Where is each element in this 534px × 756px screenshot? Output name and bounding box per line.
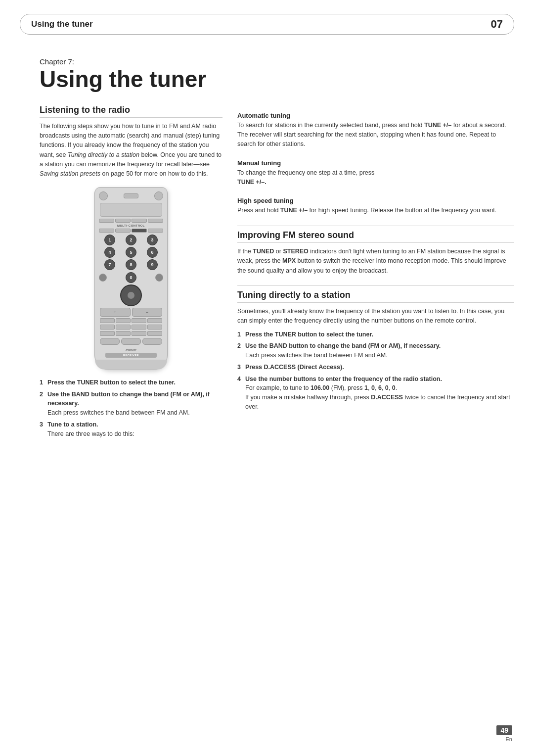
manual-tuning-section: Manual tuning To change the frequency on… — [237, 159, 514, 188]
left-column: Listening to the radio The following ste… — [40, 105, 222, 443]
left-step-2-subtext: Each press switches the band between FM … — [47, 409, 190, 416]
remote-arrow-center — [127, 291, 135, 299]
high-speed-text: Press and hold TUNE +/– for high speed t… — [237, 206, 514, 215]
manual-tuning-heading: Manual tuning — [237, 159, 514, 167]
fm-stereo-heading: Improving FM stereo sound — [237, 230, 514, 243]
step-num-2: 2 — [40, 390, 43, 399]
intro-paragraph: The following steps show you how to tune… — [40, 122, 222, 179]
remote-input-select — [124, 193, 138, 198]
remote-small-btn-4 — [148, 219, 163, 223]
remote-top-btn-2 — [154, 191, 163, 200]
direct-step-4: 4 Use the number buttons to enter the fr… — [237, 375, 514, 412]
remote-small-btn-2 — [115, 219, 131, 223]
step-num-3: 3 — [40, 420, 43, 429]
chapter-area: Chapter 7: Using the tuner — [40, 57, 514, 92]
remote-grid-4 — [147, 318, 162, 323]
remote-pm-left: + — [100, 308, 131, 317]
high-speed-heading: High speed tuning — [237, 197, 514, 204]
receiver-badge: RECEIVER — [105, 353, 157, 358]
page-number: 49 — [496, 725, 512, 735]
tuning-direct-section: Tuning directly to a station Sometimes, … — [237, 290, 514, 412]
page-footer: 49 En — [496, 725, 512, 742]
remote-sm-2-4 — [148, 229, 163, 233]
manual-tuning-text: To change the frequency one step at a ti… — [237, 168, 514, 188]
listening-section-heading: Listening to the radio — [40, 105, 222, 118]
remote-sm-2-1 — [99, 229, 114, 233]
header-title: Using the tuner — [31, 19, 93, 29]
section-divider — [237, 226, 514, 226]
remote-small-btn-3 — [132, 219, 147, 223]
remote-d-access-btn — [99, 274, 107, 282]
section-divider-2 — [237, 285, 514, 286]
remote-grid-row-2 — [100, 325, 162, 330]
remote-grid-5 — [100, 325, 115, 330]
fm-stereo-section: Improving FM stereo sound If the TUNED o… — [237, 230, 514, 276]
remote-oval-1 — [100, 338, 120, 345]
direct-step-2-sub: Each press switches the band between FM … — [245, 352, 388, 359]
main-content: Listening to the radio The following ste… — [40, 105, 514, 443]
remote-bottom-curve — [95, 360, 167, 370]
direct-step-num-1: 1 — [237, 330, 241, 339]
remote-num-7: 7 — [104, 259, 115, 270]
auto-tuning-text: To search for stations in the currently … — [237, 121, 514, 149]
remote-arrow-cluster — [99, 284, 163, 306]
tuning-direct-intro: Sometimes, you'll already know the frequ… — [237, 307, 514, 326]
left-step-3-subtext: There are three ways to do this: — [47, 430, 134, 437]
pioneer-label: Pioneer — [99, 348, 163, 352]
multi-control-label: MULTI-CONTROL — [99, 224, 163, 227]
remote-small-row-2 — [99, 229, 163, 233]
direct-step-4-sub2: If you make a mistake halfway through, p… — [245, 394, 510, 410]
direct-step-num-4: 4 — [237, 375, 241, 384]
remote-grid-12 — [147, 331, 162, 336]
remote-extra-btn — [155, 274, 163, 282]
right-column: Automatic tuning To search for stations … — [237, 105, 514, 443]
remote-grid-11 — [132, 331, 146, 336]
tuning-direct-heading: Tuning directly to a station — [237, 290, 514, 303]
left-step-2: 2 Use the BAND button to change the band… — [40, 390, 222, 418]
remote-arrow-outer — [120, 284, 142, 306]
chapter-label: Chapter 7: — [40, 57, 514, 66]
auto-tuning-heading: Automatic tuning — [237, 112, 514, 119]
remote-grid-10 — [116, 331, 131, 336]
tuning-direct-steps: 1 Press the TUNER button to select the t… — [237, 330, 514, 412]
remote-num-1: 1 — [104, 235, 115, 245]
direct-step-1: 1 Press the TUNER button to select the t… — [237, 330, 514, 339]
remote-num-9: 9 — [147, 259, 158, 270]
remote-oval-2 — [121, 338, 141, 345]
left-step-3: 3 Tune to a station. There are three way… — [40, 420, 222, 439]
remote-grid-7 — [132, 325, 146, 330]
page-lang: En — [506, 736, 512, 742]
remote-small-btn-1 — [99, 219, 114, 223]
left-step-1: 1 Press the TUNER button to select the t… — [40, 378, 222, 387]
remote-grid-row-1 — [100, 318, 162, 323]
remote-grid-3 — [132, 318, 146, 323]
remote-control: MULTI-CONTROL 1 2 3 4 5 6 7 — [94, 187, 168, 370]
remote-top-btn-1 — [99, 191, 108, 200]
remote-display — [100, 203, 162, 217]
remote-num-8: 8 — [126, 259, 136, 270]
auto-tuning-section: Automatic tuning To search for stations … — [237, 112, 514, 149]
remote-num-0: 0 — [126, 272, 136, 283]
fm-stereo-text: If the TUNED or STEREO indicators don't … — [237, 247, 514, 276]
remote-numpad: 1 2 3 4 5 6 7 8 9 — [100, 235, 162, 270]
remote-grid-8 — [147, 325, 162, 330]
left-steps-list: 1 Press the TUNER button to select the t… — [40, 378, 222, 439]
remote-num-3: 3 — [147, 235, 158, 245]
remote-bottom-btns — [100, 338, 162, 345]
remote-sm-2-3 — [132, 229, 147, 233]
remote-illustration: MULTI-CONTROL 1 2 3 4 5 6 7 — [40, 187, 222, 370]
remote-grid-9 — [100, 331, 115, 336]
direct-step-4-sub1: For example, to tune to 106.00 (FM), pre… — [245, 384, 397, 391]
high-speed-section: High speed tuning Press and hold TUNE +/… — [237, 197, 514, 215]
direct-step-num-3: 3 — [237, 363, 241, 372]
remote-zero-row: 0 — [99, 272, 163, 283]
chapter-main-title: Using the tuner — [40, 67, 514, 92]
remote-grid-6 — [116, 325, 131, 330]
remote-num-4: 4 — [104, 247, 115, 258]
remote-sm-2-2 — [115, 229, 131, 233]
header-bar: Using the tuner 07 — [20, 14, 514, 35]
direct-step-num-2: 2 — [237, 341, 241, 351]
remote-num-2: 2 — [126, 235, 136, 245]
remote-grid-1 — [100, 318, 115, 323]
header-chapter-num: 07 — [491, 18, 503, 31]
